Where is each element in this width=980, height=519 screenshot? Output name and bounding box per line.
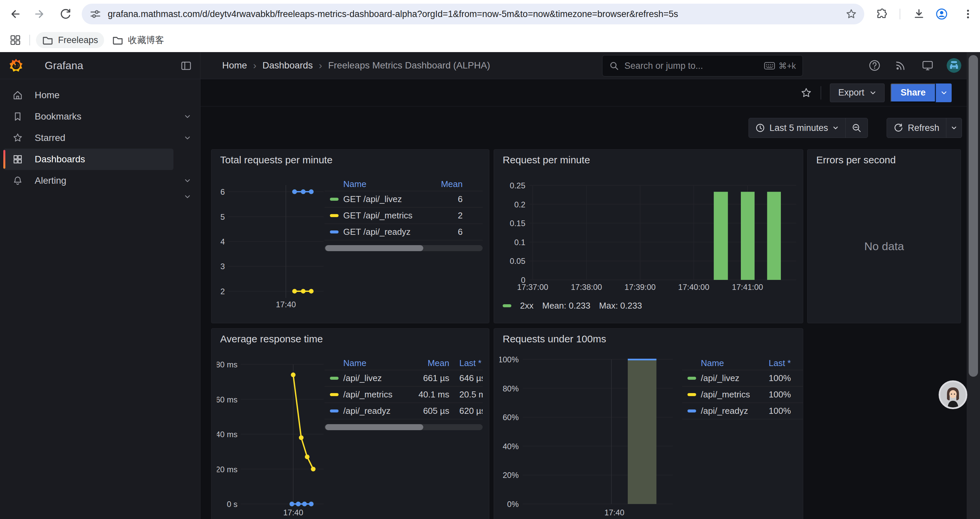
browser-menu-icon[interactable]	[962, 8, 974, 20]
legend-col-name[interactable]: Name	[682, 358, 754, 368]
legend-row[interactable]: /api/_readyz 100%	[682, 403, 803, 420]
no-data-message: No data	[808, 240, 961, 253]
chevron-down-icon[interactable]	[184, 134, 191, 141]
export-button[interactable]: Export	[830, 83, 885, 102]
search-input[interactable]: Search or jump to... ⌘+k	[602, 55, 803, 77]
panel-title[interactable]: Request per minute	[503, 154, 590, 166]
url-text[interactable]: grafana.mathmast.com/d/deytv4rwavabkb/fr…	[108, 9, 846, 19]
apps-grid-icon[interactable]	[10, 34, 21, 46]
bookmark-folder-freeleaps[interactable]: Freeleaps	[36, 32, 104, 48]
toolbar-divider	[900, 9, 900, 19]
dashboards-grid-icon	[13, 154, 23, 164]
data-point	[290, 501, 294, 506]
sidebar-item-home[interactable]: Home	[0, 85, 200, 106]
panel-title[interactable]: Total requests per minute	[220, 154, 332, 166]
series-mean: 661 µs	[409, 373, 449, 383]
breadcrumb-home[interactable]: Home	[222, 60, 247, 71]
panel-title[interactable]: Requests under 100ms	[503, 333, 606, 345]
search-shortcut: ⌘+k	[764, 61, 796, 71]
breadcrumb-current: Freeleaps Metrics Dashboard (ALPHA)	[328, 60, 490, 71]
panel-title[interactable]: Errors per second	[816, 154, 896, 166]
average-response-time-chart: 0 s20 ms40 ms60 ms80 ms17:40	[217, 351, 327, 519]
chevron-down-icon[interactable]	[184, 113, 191, 120]
favorite-star-icon[interactable]	[800, 87, 812, 99]
site-settings-icon[interactable]	[90, 8, 101, 20]
legend-scrollbar[interactable]	[325, 424, 483, 430]
series-mean: 2	[423, 211, 463, 221]
extensions-icon[interactable]	[876, 8, 888, 20]
news-rss-icon[interactable]	[895, 59, 907, 72]
sidebar-item-alerting[interactable]: Alerting	[0, 170, 200, 192]
clock-icon	[756, 123, 765, 133]
grafana-header-left: Grafana	[0, 52, 200, 79]
monitor-icon[interactable]	[922, 59, 934, 72]
series-name: /api/_readyz	[343, 406, 409, 416]
grafana-logo-icon[interactable]	[9, 58, 23, 73]
page-scrollbar[interactable]	[967, 52, 980, 519]
profile-icon[interactable]	[935, 8, 948, 20]
data-point	[291, 372, 296, 377]
floating-assistant-avatar[interactable]	[939, 380, 967, 409]
folder-icon	[42, 34, 53, 46]
refresh-interval-button[interactable]	[946, 118, 962, 137]
page-scroll-thumb[interactable]	[969, 55, 978, 377]
share-button[interactable]: Share	[891, 83, 935, 102]
download-icon[interactable]	[913, 8, 925, 20]
grafana-body: Home Bookmarks Starred	[0, 79, 980, 519]
legend-col-mean[interactable]: Mean	[409, 358, 449, 368]
reload-icon[interactable]	[59, 8, 72, 20]
series-last: 100%	[754, 373, 791, 383]
legend-row[interactable]: GET /api/_metrics 2	[325, 208, 483, 224]
legend-row[interactable]: /api/_livez 100%	[682, 370, 803, 387]
legend-row[interactable]: /api/_livez 661 µs 646 µs	[325, 370, 483, 387]
legend-row[interactable]: /api/_metrics 40.1 ms 20.5 ms	[325, 387, 483, 403]
forward-icon[interactable]	[34, 8, 46, 20]
bookmark-folder-blogs[interactable]: 收藏博客	[106, 32, 170, 48]
legend-row[interactable]: /api/_readyz 605 µs 620 µs	[325, 403, 483, 420]
legend-scroll-thumb[interactable]	[325, 424, 423, 430]
help-icon[interactable]	[869, 59, 881, 72]
series-mean: 6	[423, 227, 463, 237]
dock-menu-icon[interactable]	[181, 61, 191, 71]
axis-tick-label: 60 ms	[217, 395, 237, 404]
legend-col-last[interactable]: Last *	[459, 358, 483, 368]
share-menu-button[interactable]	[935, 83, 951, 102]
legend-col-mean[interactable]: Mean	[423, 179, 463, 189]
legend-col-last[interactable]: Last *	[754, 358, 791, 368]
bookmark-label: Freeleaps	[58, 35, 98, 45]
series-swatch	[330, 409, 339, 412]
panel-title[interactable]: Average response time	[220, 333, 323, 345]
sidebar-item-label: Home	[35, 90, 60, 101]
search-icon	[609, 61, 619, 71]
address-bar[interactable]: grafana.mathmast.com/d/deytv4rwavabkb/fr…	[82, 4, 864, 24]
sidebar-item-dashboards[interactable]: Dashboards	[3, 149, 173, 170]
axis-tick-label: 20%	[503, 471, 519, 480]
legend-row[interactable]: /api/_metrics 100%	[682, 387, 803, 403]
chevron-down-icon[interactable]	[184, 177, 191, 184]
legend-row[interactable]: GET /api/_readyz 6	[325, 224, 483, 241]
breadcrumb-dashboards[interactable]: Dashboards	[262, 60, 313, 71]
axis-tick-label: 17:41:00	[732, 283, 763, 292]
assistant-avatar-image	[940, 382, 966, 407]
axis-tick-label: 17:40:00	[678, 283, 709, 292]
legend-col-name[interactable]: Name	[325, 179, 423, 189]
sidebar-item-starred[interactable]: Starred	[0, 127, 200, 149]
data-point	[299, 435, 304, 440]
legend-scroll-thumb[interactable]	[325, 245, 423, 251]
time-range-picker[interactable]: Last 5 minutes	[749, 118, 846, 137]
sidebar-item-bookmarks[interactable]: Bookmarks	[0, 106, 200, 127]
bookmark-star-icon[interactable]	[846, 8, 857, 20]
series-swatch	[687, 377, 696, 380]
legend-row[interactable]: GET /api/_livez 6	[325, 192, 483, 208]
bar-cap	[628, 359, 657, 360]
legend-col-name[interactable]: Name	[325, 358, 409, 368]
panel-errors-per-second: Errors per second No data	[807, 149, 961, 323]
back-icon[interactable]	[9, 8, 21, 20]
legend-scrollbar[interactable]	[325, 245, 483, 251]
user-avatar[interactable]	[947, 58, 961, 73]
zoom-out-button[interactable]	[846, 118, 868, 137]
axis-tick-label: 17:38:00	[571, 283, 602, 292]
refresh-button[interactable]: Refresh	[887, 118, 946, 137]
chevron-down-icon[interactable]	[184, 193, 191, 200]
series-name[interactable]: 2xx	[520, 300, 533, 311]
